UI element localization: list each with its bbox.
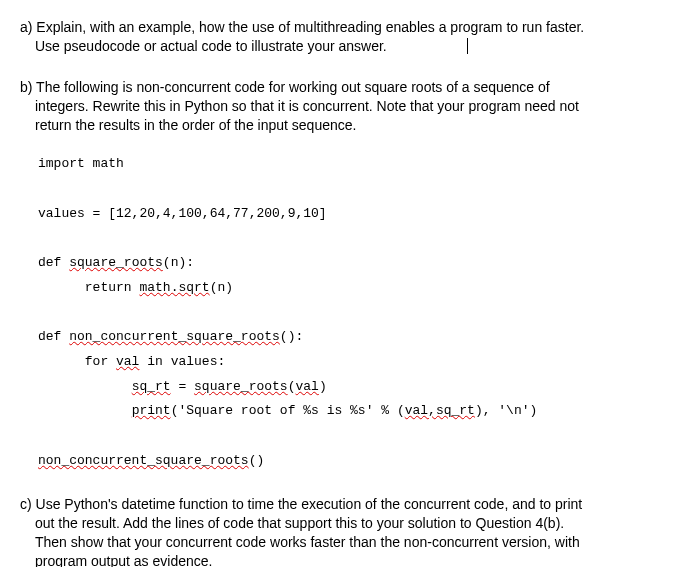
question-a-line1: Explain, with an example, how the use of… bbox=[36, 19, 584, 35]
wavy-square-roots: square_roots bbox=[69, 255, 163, 270]
code-line-for: for val in values: bbox=[38, 350, 660, 375]
question-c-line3: Then show that your concurrent code work… bbox=[35, 534, 580, 550]
question-b-line1: The following is non-concurrent code for… bbox=[36, 79, 550, 95]
question-b-line2: integers. Rewrite this in Python so that… bbox=[35, 98, 579, 114]
question-a: a) Explain, with an example, how the use… bbox=[20, 18, 660, 56]
code-line-import: import math bbox=[38, 152, 660, 177]
code-line-def-nonconc: def non_concurrent_square_roots(): bbox=[38, 325, 660, 350]
wavy-nonconc-def: non_concurrent_square_roots bbox=[69, 329, 280, 344]
code-line-return: return math.sqrt(n) bbox=[38, 276, 660, 301]
question-b-label: b) bbox=[20, 79, 32, 95]
text-cursor bbox=[467, 38, 468, 54]
wavy-sqrt-var: sq_rt bbox=[132, 379, 171, 394]
wavy-val-sqrt: val,sq_rt bbox=[405, 403, 475, 418]
wavy-nonconc-call: non_concurrent_square_roots bbox=[38, 453, 249, 468]
question-c: c) Use Python's datetime function to tim… bbox=[20, 495, 660, 567]
code-line-assign: sq_rt = square_roots(val) bbox=[38, 375, 660, 400]
question-a-label: a) bbox=[20, 19, 32, 35]
wavy-val-for: val bbox=[116, 354, 139, 369]
question-a-line2: Use pseudocode or actual code to illustr… bbox=[35, 38, 387, 54]
question-c-line1: Use Python's datetime function to time t… bbox=[36, 496, 583, 512]
code-block: import math values = [12,20,4,100,64,77,… bbox=[38, 152, 660, 473]
code-blank-1 bbox=[38, 177, 660, 202]
question-b-line3: return the results in the order of the i… bbox=[35, 117, 356, 133]
question-c-label: c) bbox=[20, 496, 32, 512]
wavy-math-sqrt: math.sqrt bbox=[139, 280, 209, 295]
code-blank-3 bbox=[38, 301, 660, 326]
code-blank-4 bbox=[38, 424, 660, 449]
code-line-values: values = [12,20,4,100,64,77,200,9,10] bbox=[38, 202, 660, 227]
code-line-def-sqroots: def square_roots(n): bbox=[38, 251, 660, 276]
code-line-print: print('Square root of %s is %s' % (val,s… bbox=[38, 399, 660, 424]
code-blank-2 bbox=[38, 227, 660, 252]
question-c-line4: program output as evidence. bbox=[35, 553, 212, 567]
wavy-val-arg: val bbox=[295, 379, 318, 394]
question-b: b) The following is non-concurrent code … bbox=[20, 78, 660, 474]
wavy-print: print bbox=[132, 403, 171, 418]
code-line-call: non_concurrent_square_roots() bbox=[38, 449, 660, 474]
wavy-square-roots-call: square_roots bbox=[194, 379, 288, 394]
question-c-line2: out the result. Add the lines of code th… bbox=[35, 515, 564, 531]
